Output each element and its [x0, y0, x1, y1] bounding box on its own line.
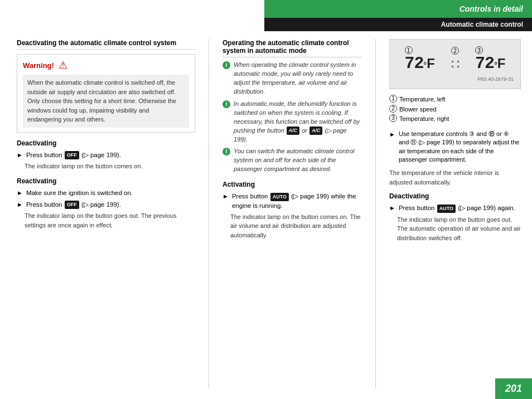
- warning-triangle-icon: ⚠: [59, 59, 67, 71]
- climate-numbers: 1 72°F 2 ∷ 3 72°F: [396, 46, 514, 73]
- warning-label: Warning!: [23, 61, 54, 70]
- circle-3: 3: [475, 46, 483, 54]
- middle-column: Operating the automatic climate control …: [223, 39, 362, 388]
- bullet-arrow-icon-6: ►: [389, 204, 395, 212]
- reactivating-step2: ► Press button OFF (▷ page 199).: [17, 200, 195, 209]
- info-text-1: When operating the climate control syste…: [234, 61, 362, 96]
- temp-right-display: 72°F: [475, 54, 505, 73]
- reactivating-step1-text: Make sure the ignition is switched on.: [26, 188, 133, 197]
- info-item-3: i You can switch the automatic climate c…: [223, 147, 362, 174]
- legend-1: 1 Temperature, left: [389, 95, 521, 105]
- main-content: Deactivating the automatic climate contr…: [0, 28, 532, 399]
- use-controls-text: Use temperature controls ③ and ⑱ or ⑥ an…: [399, 130, 521, 164]
- deactivating-title: Deactivating: [17, 139, 195, 147]
- legend-2: 2 Blower speed: [389, 105, 521, 115]
- controls-in-detail-label: Controls in detail: [264, 0, 532, 18]
- use-controls-section: ► Use temperature controls ③ and ⑱ or ⑥ …: [389, 130, 521, 164]
- warning-box: Warning! ⚠ When the automatic climate co…: [17, 54, 195, 133]
- deactivating-step1: ► Press button OFF (▷ page 199).: [17, 150, 195, 159]
- right-deactivating-step: ► Press button AUTO (▷ page 199) again.: [389, 203, 521, 212]
- circle-1: 1: [405, 46, 413, 54]
- temp-right-group: 3 72°F: [475, 46, 505, 73]
- auto-button-badge: AUTO: [270, 193, 289, 201]
- auto-button-badge-2: AUTO: [437, 205, 456, 213]
- middle-section-title: Operating the automatic climate control …: [223, 39, 362, 57]
- legend-1-text: Temperature, left: [399, 95, 446, 105]
- info-icon-2: i: [223, 100, 230, 108]
- ac-button-badge-2: A/C: [309, 126, 323, 135]
- deactivating-body: The indicator lamp on the button comes o…: [25, 162, 195, 171]
- bullet-arrow-icon-4: ►: [223, 192, 229, 201]
- activating-body: The indicator lamp on the button comes o…: [230, 212, 362, 240]
- temp-left-display: 72°F: [405, 54, 435, 73]
- blower-group: 2 ∷: [451, 47, 459, 72]
- legend-3: 3 Temperature, right: [389, 114, 521, 124]
- info-text-2: In automatic mode, the dehumidify functi…: [234, 100, 362, 144]
- right-column: 1 72°F 2 ∷ 3 72°F: [389, 39, 521, 388]
- legend-2-text: Blower speed: [399, 105, 437, 115]
- info-icon-3: i: [223, 148, 230, 155]
- reactivating-body: The indicator lamp on the button goes ou…: [25, 211, 195, 230]
- temp-right-f: F: [497, 56, 506, 71]
- activating-title: Activating: [223, 181, 362, 188]
- info-item-1: i When operating the climate control sys…: [223, 61, 362, 96]
- off-button-badge-2: OFF: [65, 201, 79, 209]
- blower-display: ∷: [451, 55, 459, 72]
- left-section-title: Deactivating the automatic climate contr…: [17, 39, 195, 50]
- column-divider-1: [209, 39, 209, 388]
- warning-header: Warning! ⚠: [23, 59, 189, 71]
- temp-right-value: 72: [475, 54, 494, 73]
- legend-3-text: Temperature, right: [399, 114, 449, 124]
- right-deactivating-body: The indicator lamp on the button goes ou…: [397, 215, 521, 243]
- bullet-arrow-icon-5: ►: [389, 130, 395, 139]
- climate-caption: P83.40-2679-31: [396, 76, 514, 82]
- info-item-2: i In automatic mode, the dehumidify func…: [223, 100, 362, 144]
- use-controls-bullet: ► Use temperature controls ③ and ⑱ or ⑥ …: [389, 130, 521, 164]
- deactivating-step1-text: Press button OFF (▷ page 199).: [26, 150, 121, 159]
- bullet-arrow-icon: ►: [17, 151, 23, 159]
- page-number: 201: [495, 378, 532, 399]
- off-button-badge: OFF: [65, 151, 79, 159]
- info-text-3: You can switch the automatic climate con…: [234, 147, 362, 174]
- activating-step1-text: Press button AUTO (▷ page 199) while the…: [232, 192, 362, 210]
- header: Controls in detail Automatic climate con…: [264, 0, 532, 31]
- left-column: Deactivating the automatic climate contr…: [17, 39, 195, 388]
- reactivating-step2-text: Press button OFF (▷ page 199).: [26, 200, 121, 209]
- temp-left-group: 1 72°F: [405, 46, 435, 73]
- reactivating-title: Reactivating: [17, 177, 195, 185]
- info-icon-1: i: [223, 61, 230, 69]
- column-divider-2: [375, 39, 376, 388]
- climate-display: 1 72°F 2 ∷ 3 72°F: [389, 39, 521, 89]
- ac-button-badge-1: A/C: [287, 126, 300, 135]
- temp-left-value: 72: [405, 54, 424, 73]
- right-deactivating-title: Deactivating: [389, 192, 521, 200]
- activating-step1: ► Press button AUTO (▷ page 199) while t…: [223, 192, 362, 210]
- reactivating-step1: ► Make sure the ignition is switched on.: [17, 188, 195, 197]
- bullet-arrow-icon-2: ►: [17, 189, 23, 197]
- warning-body: When the automatic climate control is sw…: [23, 75, 189, 128]
- bullet-arrow-icon-3: ►: [17, 201, 23, 209]
- right-deactivating-step-text: Press button AUTO (▷ page 199) again.: [399, 203, 515, 212]
- temp-left-f: F: [427, 56, 435, 71]
- interior-temp-text: The temperature of the vehicle interior …: [389, 168, 521, 187]
- circle-2: 2: [451, 47, 459, 55]
